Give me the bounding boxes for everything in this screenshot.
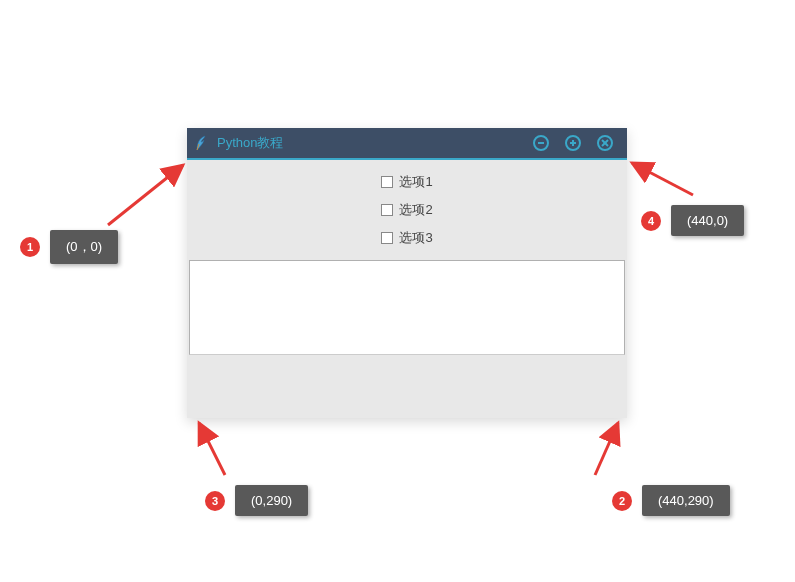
checkbox-label: 选项3	[399, 229, 432, 247]
annotation-badge: 3	[205, 491, 225, 511]
app-window: Python教程 选项1 选项2 选项3	[187, 128, 627, 418]
checkbox-label: 选项1	[399, 173, 432, 191]
text-widget[interactable]	[189, 260, 625, 355]
checkbox-icon[interactable]	[381, 232, 393, 244]
arrow-3	[199, 423, 225, 475]
close-button[interactable]	[597, 135, 613, 151]
feather-icon	[195, 134, 209, 152]
title-bar[interactable]: Python教程	[187, 128, 627, 158]
arrow-2	[595, 423, 618, 475]
minimize-button[interactable]	[533, 135, 549, 151]
window-title: Python教程	[217, 134, 533, 152]
annotation-badge: 1	[20, 237, 40, 257]
arrow-4	[632, 163, 693, 195]
annotation-label: (440,0)	[671, 205, 744, 236]
annotation-label: (440,290)	[642, 485, 730, 516]
annotation-badge: 2	[612, 491, 632, 511]
checkbox-option-3[interactable]: 选项3	[187, 224, 627, 252]
checkbox-label: 选项2	[399, 201, 432, 219]
arrow-1	[108, 165, 183, 225]
checkbox-icon[interactable]	[381, 176, 393, 188]
window-controls	[533, 135, 619, 151]
annotation-1: 1 (0，0)	[20, 230, 118, 264]
checkbox-option-2[interactable]: 选项2	[187, 196, 627, 224]
annotation-label: (0，0)	[50, 230, 118, 264]
annotation-2: 2 (440,290)	[612, 485, 730, 516]
annotation-badge: 4	[641, 211, 661, 231]
maximize-button[interactable]	[565, 135, 581, 151]
checkbox-option-1[interactable]: 选项1	[187, 168, 627, 196]
annotation-label: (0,290)	[235, 485, 308, 516]
content-area: 选项1 选项2 选项3	[187, 160, 627, 355]
annotation-4: 4 (440,0)	[641, 205, 744, 236]
annotation-3: 3 (0,290)	[205, 485, 308, 516]
checkbox-icon[interactable]	[381, 204, 393, 216]
